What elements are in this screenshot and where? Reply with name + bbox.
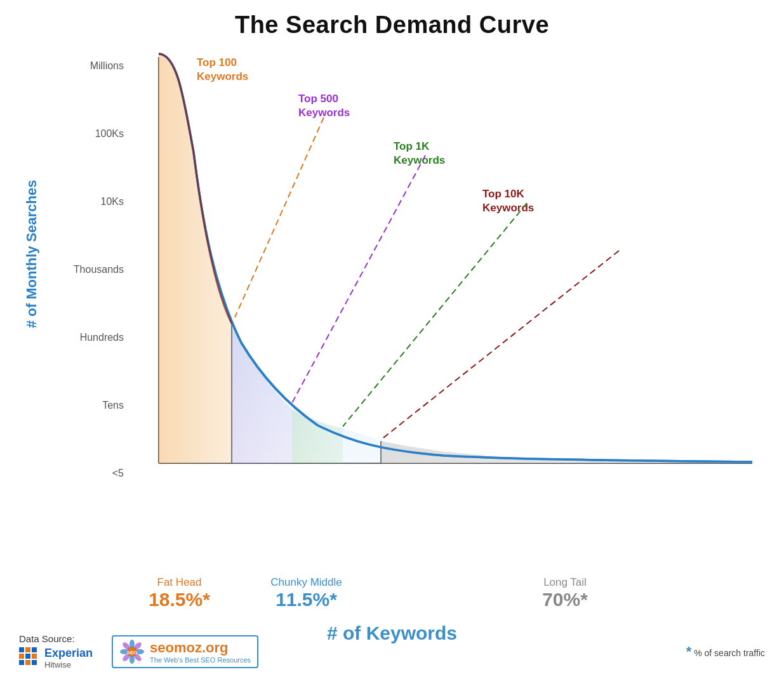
experian-sub: Hitwise xyxy=(44,660,93,669)
long-tail-label: Long Tail xyxy=(543,576,587,589)
svg-rect-10 xyxy=(32,647,37,652)
asterisk-text: % of search traffic xyxy=(694,648,765,658)
y-axis-label: # of Monthly Searches xyxy=(6,76,57,432)
y-tick-tens: Tens xyxy=(73,400,124,411)
svg-line-4 xyxy=(235,117,324,317)
footer: Data Source: Experian Hitwise xyxy=(0,633,784,669)
svg-point-18 xyxy=(130,640,135,649)
experian-logo: Experian Hitwise xyxy=(19,647,93,669)
chunky-middle-label: Chunky Middle xyxy=(270,576,342,589)
page-title: The Search Demand Curve xyxy=(0,0,784,39)
data-source-label: Data Source: xyxy=(19,633,93,644)
svg-rect-14 xyxy=(19,660,24,665)
y-tick-100ks: 100Ks xyxy=(73,128,124,140)
seomoz-name: seomoz.org xyxy=(150,640,251,656)
experian-name: Experian xyxy=(44,647,93,660)
segment-long-tail: Long Tail 70%* xyxy=(381,576,749,610)
svg-line-6 xyxy=(343,203,527,426)
chart-area xyxy=(127,51,755,495)
fat-head-label: Fat Head xyxy=(157,576,202,589)
svg-line-5 xyxy=(292,155,425,403)
svg-rect-8 xyxy=(19,647,24,652)
svg-text:SEO: SEO xyxy=(127,650,138,656)
y-tick-hundreds: Hundreds xyxy=(73,332,124,343)
y-tick-thousands: Thousands xyxy=(73,264,124,275)
y-tick-10ks: 10Ks xyxy=(73,196,124,208)
asterisk-note: * % of search traffic xyxy=(686,643,765,660)
svg-rect-9 xyxy=(25,647,30,652)
y-axis-ticks: Millions 100Ks 10Ks Thousands Hundreds T… xyxy=(73,60,124,479)
chunky-middle-pct: 11.5%* xyxy=(276,589,337,610)
asterisk-star: * xyxy=(686,643,692,659)
segment-fat-head: Fat Head 18.5%* xyxy=(127,576,232,610)
seomoz-logo: SEO seomoz.org The Web's Best SEO Resour… xyxy=(112,635,258,668)
seomoz-text: seomoz.org The Web's Best SEO Resources xyxy=(150,640,251,664)
seomoz-subtitle: The Web's Best SEO Resources xyxy=(150,656,251,664)
fat-head-pct: 18.5%* xyxy=(149,589,210,610)
svg-rect-11 xyxy=(19,654,24,659)
svg-rect-13 xyxy=(32,654,37,659)
svg-point-19 xyxy=(130,655,135,664)
data-source-block: Data Source: Experian Hitwise xyxy=(19,633,93,669)
segment-chunky-middle: Chunky Middle 11.5%* xyxy=(232,576,381,610)
svg-rect-15 xyxy=(25,660,30,665)
long-tail-pct: 70%* xyxy=(542,589,588,610)
y-tick-lt5: <5 xyxy=(73,468,124,479)
svg-rect-16 xyxy=(32,660,37,665)
y-tick-millions: Millions xyxy=(73,60,124,72)
svg-rect-12 xyxy=(25,654,30,659)
svg-line-7 xyxy=(381,251,619,440)
seomoz-flower-icon: SEO xyxy=(119,639,145,664)
experian-dots-icon xyxy=(19,647,41,669)
